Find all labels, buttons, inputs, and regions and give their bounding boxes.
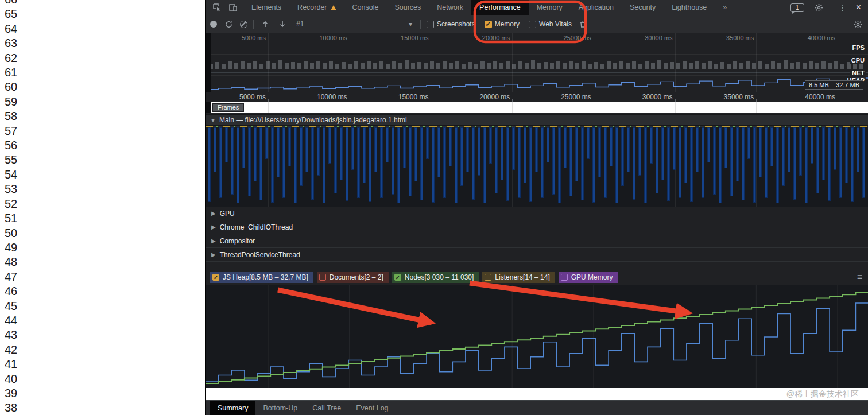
flame-bar bbox=[673, 127, 676, 170]
tab-application[interactable]: Application bbox=[571, 0, 622, 15]
checkbox-screenshots[interactable]: Screenshots bbox=[427, 20, 475, 28]
frames-track[interactable]: Frames bbox=[211, 102, 868, 113]
hamburger-menu-icon[interactable]: ≡ bbox=[857, 272, 862, 282]
flame-bar bbox=[288, 127, 291, 166]
track-gpu[interactable]: ▶GPU bbox=[206, 207, 868, 220]
counter-chip-nodes[interactable]: ✓Nodes[3 030 – 11 030] bbox=[392, 272, 479, 283]
counter-label: Listeners[14 – 14] bbox=[495, 273, 549, 281]
capture-settings-gear-icon[interactable] bbox=[852, 18, 863, 30]
tab-memory[interactable]: Memory bbox=[529, 0, 571, 15]
checkbox-web-vitals[interactable]: Web Vitals bbox=[529, 20, 572, 28]
track-chrome-childiothread[interactable]: ▶Chrome_ChildIOThread bbox=[206, 220, 868, 234]
counter-checkbox[interactable]: ✓ bbox=[394, 274, 401, 281]
load-profile-icon[interactable] bbox=[259, 18, 271, 30]
flame-marker-strip bbox=[206, 126, 868, 127]
clear-icon[interactable] bbox=[240, 21, 247, 28]
settings-gear-icon[interactable] bbox=[813, 2, 825, 13]
tab-performance[interactable]: Performance bbox=[471, 0, 529, 15]
track-compositor[interactable]: ▶Compositor bbox=[206, 234, 868, 248]
recording-history-select[interactable]: #1 ▾ bbox=[294, 18, 414, 30]
cpu-activity-bar bbox=[588, 64, 592, 69]
device-toolbar-icon[interactable] bbox=[227, 2, 239, 13]
reload-record-icon[interactable] bbox=[223, 18, 234, 30]
counter-chip-documents[interactable]: Documents[2 – 2] bbox=[317, 272, 389, 283]
close-devtools-icon[interactable]: × bbox=[856, 3, 861, 12]
memory-counters-chart[interactable] bbox=[206, 285, 868, 388]
track-threadpoolservicethread[interactable]: ▶ThreadPoolServiceThread bbox=[206, 248, 868, 262]
counter-label: JS Heap[8.5 MB – 32.7 MB] bbox=[223, 273, 308, 281]
overview-gridline bbox=[431, 33, 431, 92]
inspect-element-icon[interactable] bbox=[211, 2, 223, 13]
tab-more-tabs[interactable]: » bbox=[715, 0, 735, 15]
heap-overview-line bbox=[206, 76, 868, 91]
counter-chip-listeners[interactable]: Listeners[14 – 14] bbox=[482, 272, 555, 283]
detail-tab-call-tree[interactable]: Call Tree bbox=[305, 401, 348, 415]
tab-label: Network bbox=[437, 3, 463, 11]
counter-checkbox[interactable]: ✓ bbox=[212, 274, 219, 281]
issues-counter-badge[interactable]: 1 bbox=[790, 3, 804, 12]
cpu-activity-bar bbox=[259, 64, 264, 69]
panel-tabs: ElementsRecorderConsoleSourcesNetworkPer… bbox=[243, 0, 735, 15]
cpu-activity-bar bbox=[765, 64, 769, 69]
tab-lighthouse[interactable]: Lighthouse bbox=[664, 0, 715, 15]
flame-bar bbox=[765, 127, 768, 198]
save-profile-icon[interactable] bbox=[277, 18, 288, 30]
cpu-activity-bar bbox=[809, 61, 813, 69]
flame-bar bbox=[598, 127, 601, 177]
tab-security[interactable]: Security bbox=[622, 0, 664, 15]
counter-chip-gpu-memory[interactable]: GPU Memory bbox=[559, 272, 618, 283]
kebab-menu-icon[interactable]: ⋮ bbox=[839, 3, 847, 12]
cpu-activity-bar bbox=[367, 61, 371, 69]
counter-label: Nodes[3 030 – 11 030] bbox=[405, 273, 474, 281]
toolbar-checkbox-group: Screenshots✓MemoryWeb Vitals bbox=[427, 20, 572, 28]
flame-bar bbox=[627, 127, 630, 172]
flame-bar bbox=[472, 127, 475, 200]
flame-bar bbox=[512, 127, 515, 170]
overview-gridline bbox=[675, 33, 676, 92]
detail-tab-event-log[interactable]: Event Log bbox=[348, 401, 396, 415]
cpu-activity-bar bbox=[664, 63, 668, 69]
line-number: 50 bbox=[5, 226, 17, 241]
flame-bar bbox=[460, 127, 463, 186]
main-thread-title: Main — file:///Users/sunny/Downloads/jsb… bbox=[219, 116, 407, 124]
flame-bar bbox=[489, 127, 492, 164]
ruler-tick-label: 20000 ms bbox=[479, 93, 510, 101]
cpu-activity-bar bbox=[247, 63, 251, 69]
flame-bar bbox=[816, 127, 819, 193]
counter-checkbox[interactable] bbox=[561, 274, 568, 281]
checkbox-box[interactable]: ✓ bbox=[485, 21, 492, 28]
cpu-activity-bar bbox=[449, 63, 453, 69]
trash-icon[interactable] bbox=[578, 18, 589, 30]
disclosure-collapsed-icon: ▶ bbox=[211, 210, 216, 216]
tab-sources[interactable]: Sources bbox=[386, 0, 429, 15]
detail-tab-summary[interactable]: Summary bbox=[210, 401, 255, 415]
line-number: 59 bbox=[5, 95, 17, 109]
record-button[interactable] bbox=[210, 21, 217, 28]
cpu-activity-bar bbox=[335, 64, 339, 69]
cpu-activity-bar bbox=[234, 63, 238, 69]
flame-bar bbox=[455, 127, 458, 203]
main-thread-flame-chart[interactable] bbox=[206, 126, 868, 207]
checkbox-memory[interactable]: ✓Memory bbox=[485, 20, 520, 28]
track-spacer bbox=[206, 262, 868, 270]
tab-recorder[interactable]: Recorder bbox=[289, 0, 344, 15]
tab-console[interactable]: Console bbox=[344, 0, 387, 15]
line-number: 53 bbox=[5, 182, 17, 196]
track-label: GPU bbox=[220, 210, 235, 218]
tab-network[interactable]: Network bbox=[429, 0, 471, 15]
counter-chip-js-heap[interactable]: ✓JS Heap[8.5 MB – 32.7 MB] bbox=[210, 272, 313, 283]
main-thread-header[interactable]: ▼ Main — file:///Users/sunny/Downloads/j… bbox=[206, 114, 868, 126]
cpu-activity-bar bbox=[392, 61, 396, 69]
tab-elements[interactable]: Elements bbox=[243, 0, 289, 15]
flame-bar bbox=[667, 127, 670, 201]
counter-checkbox[interactable] bbox=[485, 274, 491, 281]
timeline-overview[interactable]: FPS CPU NET HEAP 8.5 MB – 32.7 MB 5000 m… bbox=[206, 33, 868, 92]
detail-tab-bottom-up[interactable]: Bottom-Up bbox=[255, 401, 305, 415]
flame-bar bbox=[225, 127, 228, 162]
checkbox-box[interactable] bbox=[529, 21, 536, 28]
counter-checkbox[interactable] bbox=[319, 274, 326, 281]
cpu-activity-bar bbox=[222, 64, 226, 69]
checkbox-box[interactable] bbox=[427, 21, 434, 28]
line-number-list: 6665646362616059585756555453525150494847… bbox=[5, 0, 17, 415]
flame-bar bbox=[524, 127, 526, 183]
